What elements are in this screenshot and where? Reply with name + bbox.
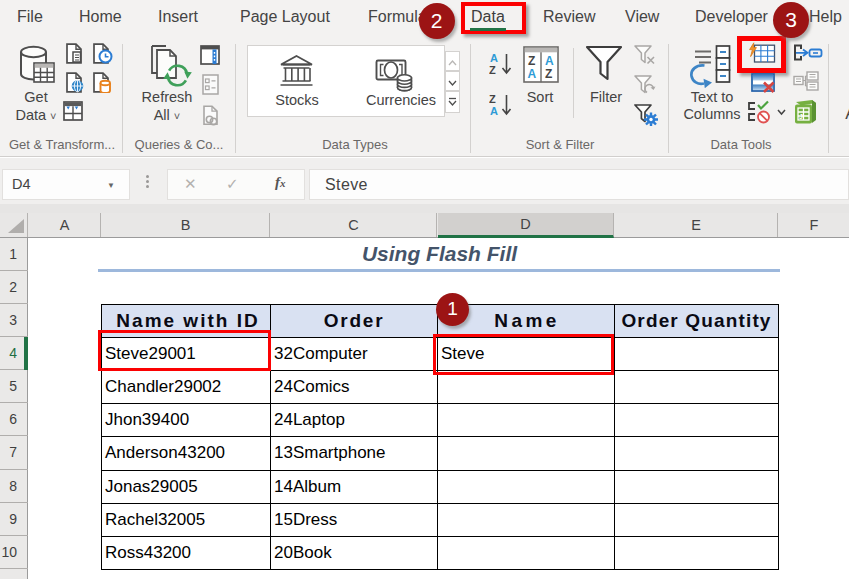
svg-text:Z: Z [528, 54, 535, 68]
svg-text:A: A [528, 67, 537, 81]
svg-text:Z: Z [545, 67, 552, 81]
svg-text:A: A [545, 54, 554, 68]
svg-text:A: A [490, 52, 498, 64]
svg-text:Z: Z [489, 64, 496, 76]
svg-text:A: A [490, 105, 498, 117]
svg-text:Z: Z [489, 93, 496, 105]
svg-text:J: J [799, 113, 803, 120]
